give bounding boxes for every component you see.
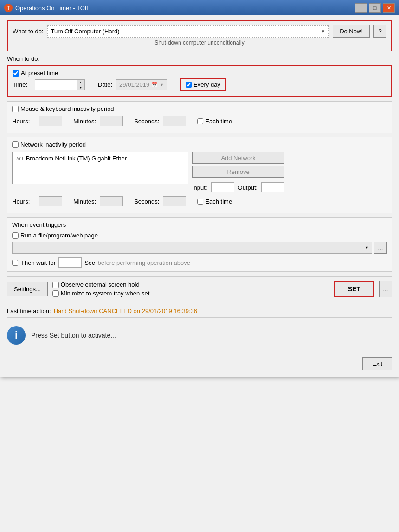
sec-label: Sec [84, 259, 95, 266]
settings-button[interactable]: Settings... [7, 282, 48, 296]
network-seconds-input[interactable]: 0 [163, 196, 186, 206]
mouse-seconds-label: Seconds: [134, 118, 159, 125]
mouse-hours-label: Hours: [12, 118, 35, 125]
time-spin-down[interactable]: ▼ [77, 85, 84, 90]
file-row: ▼ ... [12, 242, 387, 254]
mouse-keyboard-checkbox-label[interactable]: Mouse & keyboard inactivity period [12, 105, 114, 112]
network-seconds-label: Seconds: [134, 198, 159, 205]
app-icon: T [4, 4, 13, 12]
date-label: Date: [98, 81, 112, 88]
time-spin-up[interactable]: ▲ [77, 80, 84, 85]
network-each-time: Each time [197, 198, 232, 205]
network-hours-label: Hours: [12, 198, 35, 205]
time-spinner: 20:00:00 ▲ ▼ [35, 79, 85, 90]
file-combo[interactable]: ▼ [12, 242, 372, 254]
shutdown-description: Shut-down computer unconditionally [13, 39, 386, 46]
run-file-checkbox[interactable] [12, 232, 19, 239]
set-button[interactable]: SET [334, 281, 374, 297]
mouse-each-time-checkbox[interactable] [197, 118, 203, 124]
every-day-checkbox[interactable] [186, 82, 192, 88]
network-checkbox-label[interactable]: Network inactivity period [12, 141, 86, 148]
preset-time-box: At preset time Time: 20:00:00 ▲ ▼ Date: [7, 65, 392, 97]
last-action-label: Last time action: [7, 308, 51, 314]
bottom-section: Settings... Observe external screen hold… [7, 276, 392, 301]
then-wait-row: Then wait for 0 Sec before performing op… [12, 257, 387, 268]
mouse-minutes-input[interactable]: 20 [100, 116, 123, 126]
run-file-checkbox-label[interactable]: Run a file/program/web page [12, 232, 387, 239]
every-day-label: Every day [193, 81, 220, 88]
mouse-minutes-label: Minutes: [73, 118, 96, 125]
observe-screen-text: Observe external screen hold [61, 281, 140, 288]
what-to-do-label: What to do: [13, 28, 43, 35]
network-list-item[interactable]: I/O Broadcom NetLink (TM) Gigabit Ether.… [14, 154, 186, 163]
close-button[interactable]: ✕ [383, 3, 395, 13]
mouse-hours-input[interactable]: 0 [39, 116, 62, 126]
mouse-each-time: Each time [197, 118, 232, 125]
observe-screen-checkbox[interactable] [52, 282, 59, 288]
network-minutes-input[interactable]: 30 [100, 196, 123, 206]
time-input[interactable]: 20:00:00 [35, 79, 77, 90]
mouse-each-time-label: Each time [205, 118, 232, 125]
exit-button[interactable]: Exit [362, 357, 392, 370]
time-spin-buttons: ▲ ▼ [77, 79, 85, 90]
minimize-tray-checkbox[interactable] [52, 290, 59, 297]
network-io-icon: I/O [16, 156, 23, 161]
help-button[interactable]: ? [373, 25, 386, 38]
remove-network-button[interactable]: Remove [192, 166, 284, 178]
network-each-time-label: Each time [205, 198, 232, 205]
network-item-name: Broadcom NetLink (TM) Gigabit Ether... [26, 155, 132, 162]
dropdown-arrow-icon: ▼ [321, 29, 325, 34]
window-title: Operations On Timer - TOff [15, 5, 355, 12]
network-hours-row: Hours: 0 Minutes: 30 Seconds: 0 Each tim… [12, 196, 387, 206]
then-wait-checkbox[interactable] [12, 260, 18, 266]
maximize-button[interactable]: □ [369, 3, 381, 13]
minimize-button[interactable]: − [355, 3, 367, 13]
browse-button[interactable]: ... [374, 242, 387, 254]
when-to-do-section: When to do: At preset time Time: 20:00:0… [7, 55, 392, 213]
title-bar: T Operations On Timer - TOff − □ ✕ [0, 0, 399, 15]
info-letter: i [15, 329, 18, 341]
preset-time-checkbox[interactable] [13, 70, 19, 77]
action-dropdown-value: Turn Off Computer (Hard) [51, 28, 321, 35]
network-header: Network inactivity period [12, 141, 387, 148]
output-field[interactable] [261, 182, 284, 192]
time-label: Time: [13, 81, 31, 88]
action-dropdown-wrapper[interactable]: Turn Off Computer (Hard) ▼ [47, 25, 329, 38]
info-section: i Press Set button to activate... [7, 322, 392, 348]
network-section: Network inactivity period I/O Broadcom N… [7, 137, 392, 213]
time-date-row: Time: 20:00:00 ▲ ▼ Date: 29/01/2019 📅 ▼ [13, 78, 386, 91]
options-checkboxes: Observe external screen hold Minimize to… [52, 281, 329, 297]
add-network-button[interactable]: Add Network [192, 152, 284, 164]
do-now-button[interactable]: Do Now! [333, 25, 370, 38]
network-minutes-label: Minutes: [73, 198, 96, 205]
network-each-time-checkbox[interactable] [197, 199, 203, 205]
network-checkbox[interactable] [12, 141, 19, 148]
input-field[interactable] [211, 182, 234, 192]
run-file-label: Run a file/program/web page [20, 232, 98, 239]
info-icon: i [7, 326, 26, 345]
preset-time-checkbox-label[interactable]: At preset time [13, 70, 58, 77]
preset-time-checkbox-row: At preset time [13, 70, 386, 77]
wait-input[interactable]: 0 [58, 257, 82, 268]
last-action-row: Last time action: Hard Shut-down CANCELE… [7, 305, 392, 318]
mouse-keyboard-checkbox[interactable] [12, 106, 19, 112]
input-label: Input: [192, 184, 207, 191]
main-content: What to do: Turn Off Computer (Hard) ▼ D… [0, 15, 399, 377]
network-label: Network inactivity period [20, 141, 86, 148]
bottom-row: Settings... Observe external screen hold… [7, 281, 392, 297]
minimize-tray-text: Minimize to system tray when set [61, 290, 149, 297]
file-dropdown-icon: ▼ [365, 245, 369, 250]
minimize-tray-label[interactable]: Minimize to system tray when set [52, 290, 329, 297]
exit-row: Exit [7, 353, 392, 370]
mouse-seconds-input[interactable]: 0 [163, 116, 186, 126]
network-buttons-group: Add Network Remove Input: Output: [192, 152, 284, 192]
mouse-keyboard-header: Mouse & keyboard inactivity period [12, 105, 387, 112]
when-to-do-label: When to do: [7, 55, 392, 62]
network-hours-input[interactable]: 0 [39, 196, 62, 206]
date-value: 29/01/2019 [119, 81, 149, 88]
observe-screen-label[interactable]: Observe external screen hold [52, 281, 329, 288]
event-triggers-section: When event triggers Run a file/program/w… [7, 217, 392, 272]
date-picker[interactable]: 29/01/2019 📅 ▼ [116, 79, 167, 90]
every-day-box[interactable]: Every day [180, 78, 226, 91]
ellipsis-button[interactable]: ... [379, 281, 392, 297]
